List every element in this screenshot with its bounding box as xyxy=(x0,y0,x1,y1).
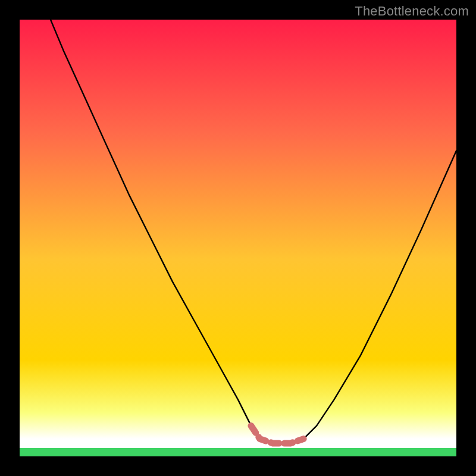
plot-area xyxy=(20,20,456,456)
chart-frame: TheBottleneck.com xyxy=(0,0,476,476)
chart-svg xyxy=(20,20,456,456)
bottom-green-band xyxy=(20,448,456,456)
watermark-text: TheBottleneck.com xyxy=(355,4,469,19)
gradient-background xyxy=(20,20,456,456)
